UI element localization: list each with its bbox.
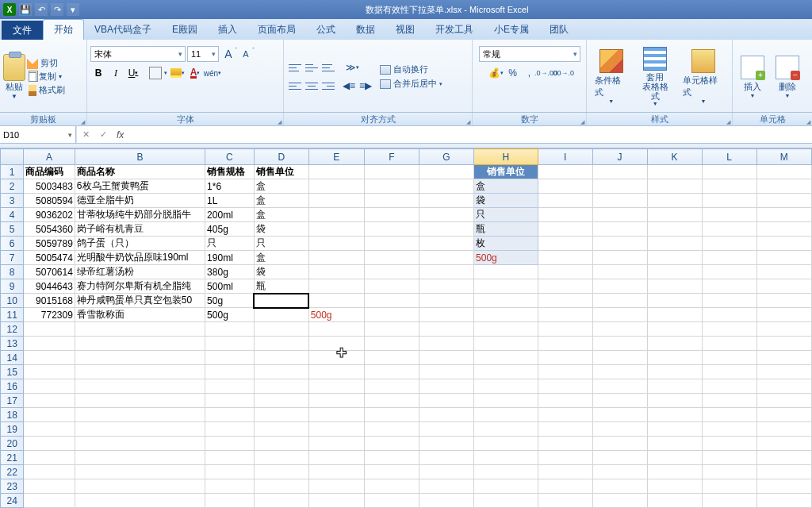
tab-developer[interactable]: 开发工具 bbox=[425, 20, 484, 40]
col-header-G[interactable]: G bbox=[419, 149, 473, 165]
cell-H20[interactable] bbox=[474, 437, 538, 451]
cell-A23[interactable] bbox=[24, 479, 75, 494]
cell-C12[interactable] bbox=[205, 322, 255, 337]
cell-G16[interactable] bbox=[419, 379, 473, 394]
cell-E4[interactable] bbox=[308, 208, 364, 222]
delete-cells-button[interactable]: 删除▼ bbox=[771, 54, 804, 100]
cell-B3[interactable]: 德亚全脂牛奶 bbox=[75, 194, 205, 208]
cell-B11[interactable]: 香雪散称面 bbox=[75, 308, 205, 322]
cell-L19[interactable] bbox=[702, 422, 756, 437]
row-header-7[interactable]: 7 bbox=[1, 251, 24, 265]
cell-G18[interactable] bbox=[419, 408, 473, 422]
row-header-4[interactable]: 4 bbox=[1, 208, 24, 222]
cell-M14[interactable] bbox=[756, 351, 811, 365]
cell-J19[interactable] bbox=[592, 422, 647, 437]
tab-edian[interactable]: E殿园 bbox=[162, 20, 208, 40]
redo-icon[interactable]: ↷ bbox=[51, 3, 63, 16]
row-header-10[interactable]: 10 bbox=[1, 294, 24, 308]
cell-H5[interactable]: 瓶 bbox=[474, 222, 538, 237]
cell-L24[interactable] bbox=[702, 494, 756, 508]
cell-D5[interactable]: 袋 bbox=[254, 222, 308, 237]
row-header-18[interactable]: 18 bbox=[1, 408, 24, 422]
cell-H3[interactable]: 袋 bbox=[474, 194, 538, 208]
col-header-F[interactable]: F bbox=[364, 149, 419, 165]
cell-M22[interactable] bbox=[756, 465, 811, 479]
cell-K1[interactable] bbox=[647, 165, 702, 179]
cell-H13[interactable] bbox=[474, 337, 538, 351]
cell-E11[interactable]: 500g bbox=[308, 308, 364, 322]
format-painter-button[interactable]: 格式刷 bbox=[27, 84, 65, 96]
border-button[interactable]: ▾ bbox=[149, 67, 162, 79]
cell-A6[interactable]: 5059789 bbox=[24, 237, 75, 251]
cell-J15[interactable] bbox=[592, 365, 647, 379]
cell-L23[interactable] bbox=[702, 479, 756, 494]
cell-E2[interactable] bbox=[308, 179, 364, 194]
underline-button[interactable]: U▾ bbox=[125, 65, 141, 81]
cell-F14[interactable] bbox=[364, 351, 419, 365]
cell-B15[interactable] bbox=[75, 365, 205, 379]
cell-M1[interactable] bbox=[756, 165, 811, 179]
cell-A11[interactable]: 772309 bbox=[24, 308, 75, 322]
cell-B20[interactable] bbox=[75, 437, 205, 451]
paste-button[interactable]: 粘贴 ▼ bbox=[3, 54, 25, 100]
cell-B7[interactable]: 光明酸牛奶饮品原味190ml bbox=[75, 251, 205, 265]
row-header-2[interactable]: 2 bbox=[1, 179, 24, 194]
phonetic-button[interactable]: wén▾ bbox=[205, 65, 220, 81]
cell-G14[interactable] bbox=[419, 351, 473, 365]
col-header-B[interactable]: B bbox=[75, 149, 205, 165]
cell-D23[interactable] bbox=[254, 479, 308, 494]
cell-M2[interactable] bbox=[756, 179, 811, 194]
cell-F5[interactable] bbox=[364, 222, 419, 237]
cell-M10[interactable] bbox=[756, 294, 811, 308]
row-header-9[interactable]: 9 bbox=[1, 279, 24, 294]
cell-H22[interactable] bbox=[474, 465, 538, 479]
shrink-font-button[interactable]: Aˇ bbox=[238, 46, 254, 62]
cell-I21[interactable] bbox=[538, 451, 592, 465]
cell-M15[interactable] bbox=[756, 365, 811, 379]
cell-B9[interactable]: 赛力特阿尔卑斯有机全脂纯 bbox=[75, 279, 205, 294]
cell-J8[interactable] bbox=[592, 265, 647, 279]
cell-B12[interactable] bbox=[75, 322, 205, 337]
row-header-11[interactable]: 11 bbox=[1, 308, 24, 322]
cell-A22[interactable] bbox=[24, 465, 75, 479]
row-header-12[interactable]: 12 bbox=[1, 322, 24, 337]
cell-I8[interactable] bbox=[538, 265, 592, 279]
tab-pagelayout[interactable]: 页面布局 bbox=[247, 20, 306, 40]
cell-E17[interactable] bbox=[308, 394, 364, 408]
cell-M7[interactable] bbox=[756, 251, 811, 265]
cell-D19[interactable] bbox=[254, 422, 308, 437]
cell-C16[interactable] bbox=[205, 379, 255, 394]
cell-I17[interactable] bbox=[538, 394, 592, 408]
cell-B13[interactable] bbox=[75, 337, 205, 351]
col-header-E[interactable]: E bbox=[308, 149, 364, 165]
col-header-J[interactable]: J bbox=[592, 149, 647, 165]
cell-C9[interactable]: 500ml bbox=[205, 279, 255, 294]
cell-K21[interactable] bbox=[647, 451, 702, 465]
row-header-21[interactable]: 21 bbox=[1, 451, 24, 465]
cell-K4[interactable] bbox=[647, 208, 702, 222]
bold-button[interactable]: B bbox=[90, 65, 106, 81]
cell-I19[interactable] bbox=[538, 422, 592, 437]
cell-E16[interactable] bbox=[308, 379, 364, 394]
cell-G6[interactable] bbox=[419, 237, 473, 251]
cell-B6[interactable]: 鸽子蛋（只） bbox=[75, 237, 205, 251]
font-name-combo[interactable]: 宋体 bbox=[90, 46, 186, 62]
cell-G15[interactable] bbox=[419, 365, 473, 379]
cell-D1[interactable]: 销售单位 bbox=[254, 165, 308, 179]
cell-L14[interactable] bbox=[702, 351, 756, 365]
cell-B14[interactable] bbox=[75, 351, 205, 365]
cell-F17[interactable] bbox=[364, 394, 419, 408]
cell-L2[interactable] bbox=[702, 179, 756, 194]
cell-G4[interactable] bbox=[419, 208, 473, 222]
cell-H2[interactable]: 盒 bbox=[474, 179, 538, 194]
col-header-I[interactable]: I bbox=[538, 149, 592, 165]
cell-I22[interactable] bbox=[538, 465, 592, 479]
cell-E12[interactable] bbox=[308, 322, 364, 337]
cell-M11[interactable] bbox=[756, 308, 811, 322]
italic-button[interactable]: I bbox=[108, 65, 124, 81]
cell-G8[interactable] bbox=[419, 265, 473, 279]
cell-F22[interactable] bbox=[364, 465, 419, 479]
cell-A16[interactable] bbox=[24, 379, 75, 394]
cell-G23[interactable] bbox=[419, 479, 473, 494]
cell-I3[interactable] bbox=[538, 194, 592, 208]
